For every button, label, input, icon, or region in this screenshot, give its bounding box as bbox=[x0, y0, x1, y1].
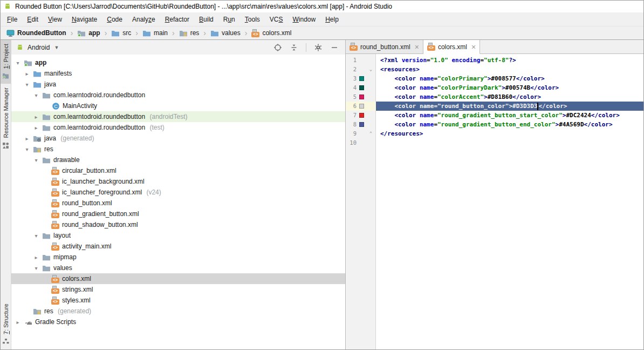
code-line-5[interactable]: 5 <color name="colorAccent">#D81B60</col… bbox=[346, 92, 643, 102]
tree-row-com-learntodroid-roundedbutton-test[interactable]: ▸com.learntodroid.roundedbutton (test) bbox=[11, 122, 345, 133]
tree-row-layout[interactable]: ▾layout bbox=[11, 230, 345, 241]
expanded-arrow-icon[interactable]: ▾ bbox=[33, 92, 39, 98]
code-text[interactable]: <color name="colorAccent">#D81B60</color… bbox=[376, 92, 643, 102]
code-line-3[interactable]: 3 <color name="colorPrimary">#008577</co… bbox=[346, 74, 643, 83]
tree-row-manifests[interactable]: ▸manifests bbox=[11, 68, 345, 79]
expanded-arrow-icon[interactable]: ▾ bbox=[24, 82, 30, 88]
collapsed-arrow-icon[interactable]: ▸ bbox=[33, 114, 39, 120]
tree-row-strings-xml[interactable]: <>strings.xml bbox=[11, 284, 345, 295]
color-swatch[interactable] bbox=[359, 76, 364, 81]
code-line-7[interactable]: 7 <color name="round_gradient_button_sta… bbox=[346, 111, 643, 120]
code-text[interactable]: <color name="round_button_color">#D3D3D3… bbox=[376, 102, 643, 111]
editor-tab-colors-xml[interactable]: <>colors.xml× bbox=[423, 40, 480, 54]
tree-row-mainactivity[interactable]: CMainActivity bbox=[11, 100, 345, 111]
code-text[interactable]: <color name="colorPrimaryDark">#00574B</… bbox=[376, 83, 643, 92]
collapsed-arrow-icon[interactable]: ▸ bbox=[33, 125, 39, 131]
code-line-6[interactable]: 6 <color name="round_button_color">#D3D3… bbox=[346, 102, 643, 111]
tree-row-round-shadow-button-xml[interactable]: <>round_shadow_button.xml bbox=[11, 219, 345, 230]
tree-row-mipmap[interactable]: ▸mipmap bbox=[11, 252, 345, 262]
tree-row-ic-launcher-foreground-xml-v24[interactable]: <>ic_launcher_foreground.xml (v24) bbox=[11, 187, 345, 198]
tree-row-activity-main-xml[interactable]: <>activity_main.xml bbox=[11, 241, 345, 252]
code-text[interactable] bbox=[376, 138, 643, 147]
code-editor[interactable]: 1<?xml version="1.0" encoding="utf-8"?>2… bbox=[346, 54, 643, 349]
color-swatch[interactable] bbox=[359, 122, 364, 127]
hide-panel-button[interactable] bbox=[328, 42, 341, 53]
collapse-all-button[interactable] bbox=[287, 42, 300, 53]
code-text[interactable]: </resources> bbox=[376, 129, 643, 138]
expanded-arrow-icon[interactable]: ▾ bbox=[15, 60, 21, 66]
menu-edit[interactable]: Edit bbox=[22, 12, 43, 26]
code-text[interactable]: <color name="colorPrimary">#008577</colo… bbox=[376, 74, 643, 83]
tool-tab-resource-manager[interactable]: Resource Manager bbox=[1, 84, 11, 153]
tool-tab-7-structure[interactable]: 7: Structure bbox=[1, 300, 11, 349]
code-line-8[interactable]: 8 <color name="round_gradient_button_end… bbox=[346, 120, 643, 129]
editor-tab-round-button-xml[interactable]: <>round_button.xml× bbox=[346, 40, 423, 53]
tree-row-round-gradient-button-xml[interactable]: <>round_gradient_button.xml bbox=[11, 208, 345, 219]
tree-row-java-generated[interactable]: ▸java (generated) bbox=[11, 133, 345, 144]
expanded-arrow-icon[interactable]: ▾ bbox=[33, 157, 39, 163]
collapsed-arrow-icon[interactable]: ▸ bbox=[24, 71, 30, 77]
code-text[interactable]: <color name="round_gradient_button_end_c… bbox=[376, 120, 643, 129]
collapsed-arrow-icon[interactable]: ▸ bbox=[33, 254, 39, 260]
expanded-arrow-icon[interactable]: ▾ bbox=[24, 146, 30, 152]
code-line-10[interactable]: 10 bbox=[346, 138, 643, 147]
fold-marker[interactable]: ⌄ bbox=[369, 65, 372, 74]
code-line-9[interactable]: 9⌃</resources> bbox=[346, 129, 643, 138]
menu-file[interactable]: File bbox=[2, 12, 22, 26]
code-text[interactable]: <resources> bbox=[376, 65, 643, 74]
fold-marker[interactable]: ⌃ bbox=[369, 129, 372, 138]
tree-row-com-learntodroid-roundedbutton[interactable]: ▾com.learntodroid.roundedbutton bbox=[11, 90, 345, 100]
folder-icon bbox=[33, 69, 42, 78]
color-swatch[interactable] bbox=[359, 113, 364, 118]
menu-code[interactable]: Code bbox=[102, 12, 127, 26]
menu-view[interactable]: View bbox=[43, 12, 67, 26]
breadcrumb-roundedbutton[interactable]: RoundedButton bbox=[5, 29, 67, 37]
tree-row-circular-button-xml[interactable]: <>circular_button.xml bbox=[11, 165, 345, 176]
menu-navigate[interactable]: Navigate bbox=[67, 12, 102, 26]
tree-row-java[interactable]: ▾java bbox=[11, 79, 345, 90]
menu-run[interactable]: Run bbox=[218, 12, 240, 26]
breadcrumb-res[interactable]: res bbox=[178, 29, 201, 37]
breadcrumb-colors-xml[interactable]: <>colors.xml bbox=[250, 29, 292, 37]
collapsed-arrow-icon[interactable]: ▸ bbox=[24, 136, 30, 142]
menu-vcs[interactable]: VCS bbox=[265, 12, 288, 26]
close-icon[interactable]: × bbox=[471, 43, 476, 51]
tree-row-gradle-scripts[interactable]: ▸Gradle Scripts bbox=[11, 317, 345, 327]
menu-help[interactable]: Help bbox=[320, 12, 344, 26]
code-text[interactable]: <color name="round_gradient_button_start… bbox=[376, 111, 643, 120]
expanded-arrow-icon[interactable]: ▾ bbox=[33, 265, 39, 271]
code-line-1[interactable]: 1<?xml version="1.0" encoding="utf-8"?> bbox=[346, 56, 643, 65]
code-text[interactable]: <?xml version="1.0" encoding="utf-8"?> bbox=[376, 56, 643, 65]
tool-tab-1-project[interactable]: 1: Project bbox=[1, 40, 11, 84]
collapsed-arrow-icon[interactable]: ▸ bbox=[15, 319, 21, 325]
close-icon[interactable]: × bbox=[415, 43, 419, 51]
breadcrumb-values[interactable]: values bbox=[209, 29, 242, 37]
color-swatch[interactable] bbox=[359, 85, 364, 90]
color-swatch[interactable] bbox=[359, 95, 364, 99]
color-swatch[interactable] bbox=[359, 104, 364, 109]
expanded-arrow-icon[interactable]: ▾ bbox=[33, 233, 39, 239]
settings-gear-button[interactable] bbox=[312, 42, 325, 53]
menu-window[interactable]: Window bbox=[287, 12, 320, 26]
code-line-2[interactable]: 2⌄<resources> bbox=[346, 65, 643, 74]
menu-tools[interactable]: Tools bbox=[240, 12, 265, 26]
tree-row-round-button-xml[interactable]: <>round_button.xml bbox=[11, 198, 345, 208]
tree-row-com-learntodroid-roundedbutton-androidtest[interactable]: ▸com.learntodroid.roundedbutton (android… bbox=[11, 111, 345, 122]
menu-refactor[interactable]: Refactor bbox=[160, 12, 194, 26]
tree-row-app[interactable]: ▾app bbox=[11, 57, 345, 68]
menu-analyze[interactable]: Analyze bbox=[127, 12, 160, 26]
tree-row-colors-xml[interactable]: <>colors.xml bbox=[11, 273, 345, 284]
tree-row-res[interactable]: ▾res bbox=[11, 144, 345, 154]
project-view-selector[interactable]: Android bbox=[28, 44, 50, 51]
breadcrumb-src[interactable]: src bbox=[110, 29, 132, 37]
tree-row-ic-launcher-background-xml[interactable]: <>ic_launcher_background.xml bbox=[11, 176, 345, 187]
breadcrumb-app[interactable]: app bbox=[76, 29, 101, 37]
tree-row-values[interactable]: ▾values bbox=[11, 262, 345, 273]
locate-file-button[interactable] bbox=[271, 42, 284, 53]
tree-row-styles-xml[interactable]: <>styles.xml bbox=[11, 295, 345, 306]
menu-build[interactable]: Build bbox=[194, 12, 218, 26]
tree-row-drawable[interactable]: ▾drawable bbox=[11, 154, 345, 165]
code-line-4[interactable]: 4 <color name="colorPrimaryDark">#00574B… bbox=[346, 83, 643, 92]
breadcrumb-main[interactable]: main bbox=[141, 29, 169, 37]
tree-row-res-generated[interactable]: res (generated) bbox=[11, 306, 345, 317]
